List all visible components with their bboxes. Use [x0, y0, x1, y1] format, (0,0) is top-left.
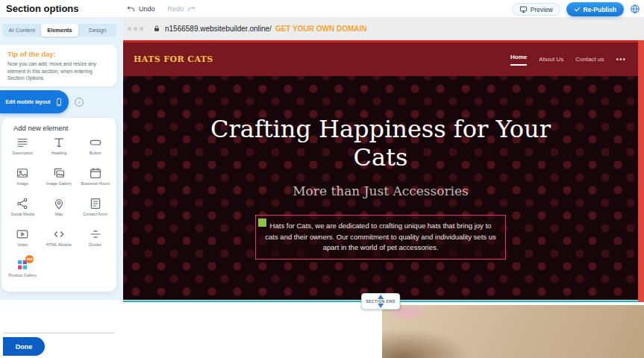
image-icon: [16, 166, 29, 180]
element-social-media[interactable]: Social Media: [4, 197, 41, 224]
nav-more-icon[interactable]: •••: [616, 55, 626, 63]
top-toolbar: Section options Undo Redo Preview Re-Pub…: [0, 0, 644, 18]
lock-icon: [153, 25, 160, 33]
image-gallery-icon: [52, 166, 66, 180]
element-contact-form[interactable]: Contact Form: [77, 197, 113, 224]
phone-icon: [54, 98, 63, 107]
product-gallery-icon: NEW: [16, 258, 29, 271]
map-pin-icon: [52, 197, 66, 210]
site-nav: Home About Us Contact us •••: [510, 54, 626, 66]
hero-body-text: Hats for Cats, we are dedicated to craft…: [265, 222, 495, 251]
element-divider[interactable]: Divider: [77, 227, 113, 254]
preview-button[interactable]: Preview: [512, 3, 560, 16]
preview-scrollbar[interactable]: [638, 40, 644, 302]
hero-subtitle[interactable]: More than Just Accessories: [293, 183, 469, 198]
button-icon: [89, 136, 102, 149]
add-new-element-card: Add new element Description Heading: [1, 118, 116, 292]
section-options-panel: AI Content Elements Design Tip of the da…: [0, 18, 123, 358]
element-image-gallery[interactable]: Image Gallery: [41, 166, 78, 193]
heading-icon: [52, 136, 66, 149]
site-logo[interactable]: HATS FOR CATS: [134, 54, 213, 64]
new-badge: NEW: [25, 255, 34, 263]
window-dots: [128, 27, 143, 31]
contact-form-icon: [89, 197, 102, 210]
add-new-element-title: Add new element: [13, 124, 113, 132]
redo-button[interactable]: Redo: [168, 5, 184, 13]
hero-text-block[interactable]: Hats for Cats, we are dedicated to craft…: [255, 215, 506, 260]
description-icon: [16, 136, 29, 149]
undo-icon[interactable]: [127, 5, 135, 13]
browser-bar: n1566589.websitebuilder.online/ GET YOUR…: [123, 18, 644, 40]
edit-mobile-layout-button[interactable]: Edit mobile layout: [0, 90, 69, 113]
window-dot-icon: [140, 27, 143, 31]
undo-button[interactable]: Undo: [139, 5, 155, 13]
monitor-icon: [519, 5, 528, 13]
tip-body: Now you can add, move and resize any ele…: [7, 60, 110, 82]
tab-ai-content[interactable]: AI Content: [3, 24, 41, 37]
video-icon: [16, 227, 29, 241]
tip-title: Tip of the day:: [7, 50, 110, 58]
window-dot-icon: [128, 27, 131, 31]
get-own-domain-link[interactable]: GET YOUR OWN DOMAIN: [275, 25, 367, 33]
site-url: n1566589.websitebuilder.online/: [165, 25, 272, 33]
tip-of-the-day-card: Tip of the day: Now you can add, move an…: [0, 45, 117, 87]
selection-handle[interactable]: [258, 219, 266, 227]
preview-button-label: Preview: [531, 6, 553, 13]
arrow-down-icon: [378, 304, 384, 308]
panel-tabs: AI Content Elements Design: [3, 24, 116, 37]
element-product-gallery[interactable]: NEW Product Gallery: [4, 258, 41, 285]
next-section-image[interactable]: [382, 305, 644, 358]
element-description[interactable]: Description: [4, 136, 41, 163]
divider-icon: [89, 227, 102, 241]
element-button[interactable]: Button: [77, 136, 113, 163]
nav-home[interactable]: Home: [510, 54, 527, 66]
panel-footer: Done: [0, 300, 123, 358]
nav-about-us[interactable]: About Us: [539, 56, 563, 63]
tab-elements[interactable]: Elements: [41, 24, 79, 37]
element-heading[interactable]: Heading: [41, 136, 78, 163]
republish-button-label: Re-Publish: [584, 6, 616, 13]
app-window: Section options Undo Redo Preview Re-Pub…: [0, 0, 644, 358]
section-end-handle[interactable]: SECTION END: [361, 293, 400, 310]
check-icon: [574, 6, 581, 13]
redo-icon[interactable]: [187, 5, 196, 13]
page-title: Section options: [6, 0, 79, 18]
code-icon: [52, 227, 66, 241]
element-map[interactable]: Map: [41, 197, 78, 224]
republish-button[interactable]: Re-Publish: [566, 2, 624, 16]
element-html-module[interactable]: HTML Module: [41, 227, 78, 254]
element-business-hours[interactable]: Business Hours: [77, 166, 113, 193]
site-preview-area: n1566589.websitebuilder.online/ GET YOUR…: [123, 18, 644, 358]
tab-design[interactable]: Design: [78, 24, 116, 37]
window-dot-icon: [134, 27, 137, 31]
element-video[interactable]: Video: [4, 227, 41, 254]
element-image[interactable]: Image: [4, 166, 41, 193]
edit-mobile-layout-label: Edit mobile layout: [5, 99, 50, 104]
business-hours-icon: [89, 166, 102, 180]
hero-title[interactable]: Crafting Happiness for Your Cats: [205, 115, 556, 172]
website-canvas: HATS FOR CATS Home About Us Contact us •…: [123, 40, 638, 302]
social-media-icon: [16, 197, 29, 210]
hero-section[interactable]: Crafting Happiness for Your Cats More th…: [123, 76, 638, 300]
info-icon[interactable]: i: [75, 98, 84, 107]
footer-divider: [3, 333, 115, 333]
done-button[interactable]: Done: [3, 337, 45, 356]
undo-redo-group: Undo Redo: [127, 0, 196, 18]
element-grid: Description Heading Button: [4, 136, 113, 285]
next-section[interactable]: [123, 302, 644, 358]
site-header: HATS FOR CATS Home About Us Contact us •…: [123, 40, 638, 76]
nav-contact-us[interactable]: Contact us: [575, 56, 604, 63]
globe-icon[interactable]: [630, 4, 640, 14]
